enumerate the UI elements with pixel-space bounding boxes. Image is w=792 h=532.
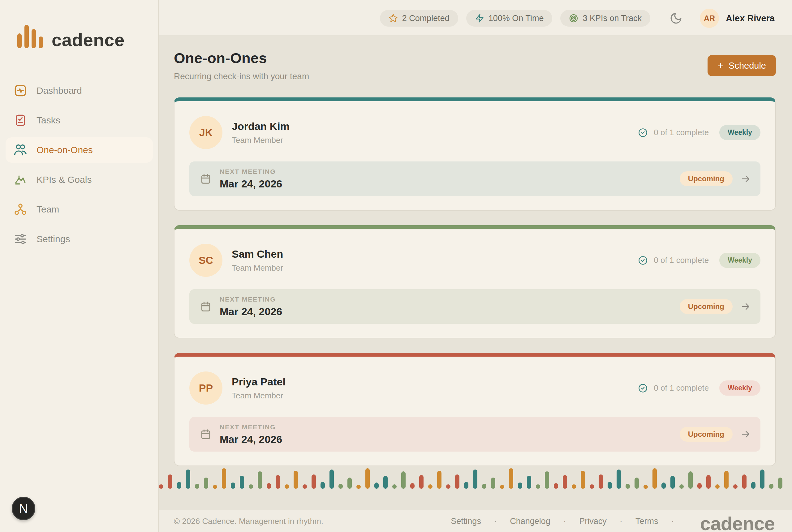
next-meeting-date: Mar 24, 2026 bbox=[220, 306, 282, 318]
rhythm-bar bbox=[213, 485, 217, 489]
rhythm-bar bbox=[159, 484, 163, 489]
rhythm-bar bbox=[231, 482, 235, 489]
zap-icon bbox=[475, 14, 484, 23]
nextjs-dev-badge[interactable]: N bbox=[12, 497, 35, 520]
avatar: AR bbox=[700, 9, 719, 28]
footer-link-changelog[interactable]: Changelog bbox=[510, 516, 550, 526]
completed-chip: 2 Completed bbox=[380, 10, 458, 26]
people-icon bbox=[14, 143, 27, 157]
dot-separator: · bbox=[563, 516, 566, 526]
footer-link-settings[interactable]: Settings bbox=[451, 516, 481, 526]
kpi-icon bbox=[14, 173, 27, 187]
rhythm-bar bbox=[329, 470, 334, 489]
logo-bars-icon bbox=[17, 24, 43, 48]
sidebar-item-label: Settings bbox=[37, 234, 70, 244]
footer-wordmark: cadence bbox=[700, 513, 775, 532]
sidebar: cadence Dashboard Tasks One-on-Ones KPIs… bbox=[0, 0, 159, 532]
rhythm-bar bbox=[706, 475, 711, 489]
rhythm-bar bbox=[760, 470, 765, 489]
chip-label: 100% On Time bbox=[489, 14, 544, 23]
member-role: Team Member bbox=[232, 135, 289, 145]
sidebar-nav: Dashboard Tasks One-on-Ones KPIs & Goals… bbox=[0, 78, 158, 252]
rhythm-bar bbox=[365, 468, 370, 489]
rhythm-bar bbox=[338, 484, 343, 489]
next-meeting-row[interactable]: NEXT MEETING Mar 24, 2026 Upcoming bbox=[189, 289, 760, 324]
star-icon bbox=[389, 14, 398, 23]
rhythm-bar bbox=[590, 484, 594, 489]
tasks-icon bbox=[14, 114, 27, 127]
page-subtitle: Recurring check-ins with your team bbox=[174, 72, 309, 81]
next-meeting-date: Mar 24, 2026 bbox=[220, 433, 282, 445]
rhythm-bar bbox=[419, 475, 423, 489]
rhythm-bar bbox=[473, 470, 477, 489]
rhythm-bar bbox=[491, 478, 495, 489]
rhythm-bar bbox=[168, 474, 172, 489]
one-on-one-list: JK Jordan Kim Team Member 0 of 1 complet… bbox=[174, 97, 776, 466]
rhythm-bar bbox=[527, 476, 531, 489]
rhythm-bar bbox=[635, 478, 639, 489]
schedule-button[interactable]: + Schedule bbox=[708, 55, 776, 76]
rhythm-bar bbox=[356, 485, 361, 489]
rhythm-bar bbox=[446, 484, 450, 489]
sidebar-item-one-on-ones[interactable]: One-on-Ones bbox=[5, 137, 153, 163]
rhythm-bar bbox=[464, 482, 468, 489]
brand-logo: cadence bbox=[0, 0, 158, 48]
sidebar-item-team[interactable]: Team bbox=[5, 197, 153, 222]
rhythm-bar bbox=[581, 471, 585, 489]
footer-links: Settings · Changelog · Privacy · Terms ·… bbox=[451, 513, 775, 530]
check-circle-icon bbox=[638, 383, 647, 393]
rhythm-bar bbox=[303, 484, 307, 489]
check-circle-icon bbox=[638, 256, 647, 265]
cadence-badge: Weekly bbox=[719, 380, 760, 396]
dot-separator: · bbox=[671, 516, 674, 526]
rhythm-bar bbox=[240, 476, 244, 489]
rhythm-bar bbox=[679, 484, 684, 489]
rhythm-bar bbox=[410, 483, 415, 489]
avatar: PP bbox=[189, 372, 223, 404]
rhythm-bar bbox=[347, 478, 352, 489]
topbar: 2 Completed 100% On Time 3 KPIs on Track… bbox=[380, 9, 775, 28]
rhythm-bar bbox=[751, 482, 755, 489]
rhythm-bar bbox=[509, 468, 513, 489]
arrow-right-icon[interactable] bbox=[741, 429, 751, 439]
dot-separator: · bbox=[494, 516, 497, 526]
rhythm-bar bbox=[204, 478, 208, 489]
sidebar-item-kpis-goals[interactable]: KPIs & Goals bbox=[5, 167, 153, 192]
rhythm-bar bbox=[661, 482, 666, 489]
avatar: SC bbox=[189, 244, 223, 277]
rhythm-bar bbox=[312, 474, 316, 489]
footer-link-terms[interactable]: Terms bbox=[636, 516, 658, 526]
copyright-text: © 2026 Cadence. Management in rhythm. bbox=[174, 516, 323, 526]
theme-toggle-button[interactable] bbox=[670, 12, 682, 25]
rhythm-bar bbox=[625, 484, 630, 489]
sidebar-item-label: One-on-Ones bbox=[37, 145, 93, 155]
rhythm-bar bbox=[572, 484, 576, 489]
user-menu[interactable]: AR Alex Rivera bbox=[700, 9, 775, 28]
sidebar-item-settings[interactable]: Settings bbox=[5, 226, 153, 252]
one-on-one-card[interactable]: PP Priya Patel Team Member 0 of 1 comple… bbox=[174, 353, 776, 466]
member-role: Team Member bbox=[232, 263, 283, 273]
status-badge: Upcoming bbox=[680, 427, 733, 442]
next-meeting-row[interactable]: NEXT MEETING Mar 24, 2026 Upcoming bbox=[189, 162, 760, 196]
one-on-one-card[interactable]: JK Jordan Kim Team Member 0 of 1 complet… bbox=[174, 97, 776, 211]
member-name: Jordan Kim bbox=[232, 120, 289, 132]
arrow-right-icon[interactable] bbox=[741, 174, 751, 184]
rhythm-bar bbox=[778, 478, 782, 489]
arrow-right-icon[interactable] bbox=[741, 302, 751, 311]
sidebar-item-dashboard[interactable]: Dashboard bbox=[5, 78, 153, 103]
sidebar-item-tasks[interactable]: Tasks bbox=[5, 108, 153, 133]
status-badge: Upcoming bbox=[680, 299, 733, 314]
avatar: JK bbox=[189, 116, 223, 149]
moon-icon bbox=[670, 12, 682, 25]
next-meeting-row[interactable]: NEXT MEETING Mar 24, 2026 Upcoming bbox=[189, 417, 760, 452]
one-on-one-card[interactable]: SC Sam Chen Team Member 0 of 1 complete … bbox=[174, 225, 776, 338]
rhythm-bar bbox=[518, 482, 522, 489]
rhythm-bar bbox=[724, 471, 729, 489]
main-area: 2 Completed 100% On Time 3 KPIs on Track… bbox=[159, 0, 792, 532]
sidebar-item-label: Dashboard bbox=[37, 86, 82, 96]
rhythm-bar bbox=[437, 471, 441, 489]
footer-link-privacy[interactable]: Privacy bbox=[579, 516, 607, 526]
footer: © 2026 Cadence. Management in rhythm. Se… bbox=[159, 510, 792, 532]
rhythm-bar bbox=[321, 482, 325, 489]
rhythm-bar bbox=[769, 484, 773, 489]
